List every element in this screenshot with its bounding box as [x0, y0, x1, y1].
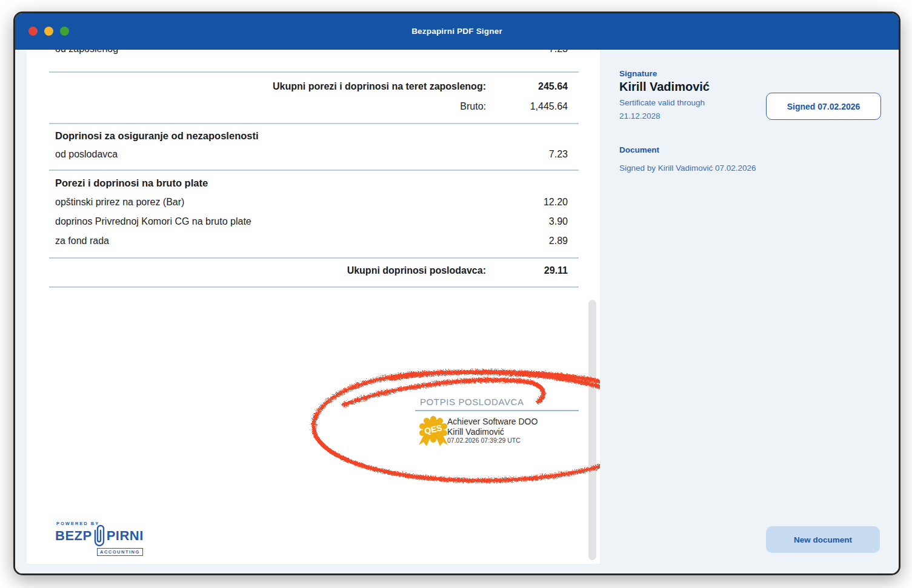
document-section-heading: Document [619, 145, 659, 154]
brand-right: PIRNI [107, 528, 144, 544]
stamp-heading: POTPIS POSLODAVCA [420, 397, 584, 407]
traffic-lights [28, 27, 69, 36]
signed-date-button[interactable]: Signed 07.02.2026 [766, 93, 881, 120]
row-label: opštinski prirez na porez (Bar) [55, 197, 486, 208]
table-row: doprinos Privrednoj Komori CG na bruto p… [55, 214, 568, 229]
section-title: Porezi i doprinosi na bruto plate [55, 176, 568, 190]
section-title: Doprinosi za osiguranje od nezaposlenost… [55, 128, 568, 143]
row-label: od poslodavca [55, 149, 486, 160]
stamp-timestamp: 07.02.2026 07:39:29 UTC [447, 437, 538, 444]
row-value: 245.64 [486, 81, 568, 92]
table-row: od zaposlenog 7.23 [55, 50, 568, 56]
row-label: doprinos Privrednoj Komori CG na bruto p… [55, 216, 486, 227]
qes-badge-icon: QES [415, 415, 451, 449]
table-row: Bruto: 1,445.64 [55, 99, 568, 114]
table-divider [49, 286, 579, 288]
signature-section-heading: Signature [619, 69, 657, 78]
table-row: za fond rada 2.89 [55, 234, 568, 248]
table-row-total: Ukupni doprinosi poslodavca: 29.11 [55, 263, 568, 278]
title-bar: Bezpapirni PDF Signer [15, 13, 899, 50]
row-value: 7.23 [486, 149, 568, 160]
stamp-signer: Kirill Vadimović [447, 427, 538, 437]
red-circle-annotation [27, 50, 600, 564]
signature-sidebar: Signature Kirill Vadimović Sertificate v… [599, 50, 899, 573]
row-value: 2.89 [486, 236, 568, 246]
table-divider [49, 71, 579, 73]
table-divider [49, 257, 579, 259]
pdf-page[interactable]: od zaposlenog 7.23 Ukupni porezi i dopri… [27, 50, 600, 564]
maximize-icon[interactable] [60, 27, 69, 36]
paperclip-icon [92, 524, 107, 548]
table-divider [49, 123, 579, 124]
row-value: 1,445.64 [486, 101, 568, 112]
stamp-company: Achiever Software DOO [447, 417, 538, 427]
row-label: od zaposlenog [55, 50, 486, 55]
brand-subtitle: ACCOUNTING [97, 548, 143, 557]
main-content: od zaposlenog 7.23 Ukupni porezi i dopri… [15, 50, 899, 573]
bezpapirni-logo: POWERED BY BEZP PIRNI ACCOUNTING [55, 521, 144, 556]
row-label: Ukupni porezi i doprinosi na teret zapos… [55, 81, 486, 92]
table-row-total: Ukupni porezi i doprinosi na teret zapos… [55, 79, 568, 94]
row-label: Ukupni doprinosi poslodavca: [55, 265, 486, 276]
brand-left: BEZP [55, 528, 92, 544]
row-value: 29.11 [486, 265, 568, 276]
table-divider [49, 170, 579, 171]
app-window: Bezpapirni PDF Signer od zaposlenog 7.23… [13, 12, 900, 575]
window-title: Bezpapirni PDF Signer [411, 27, 502, 36]
close-icon[interactable] [28, 27, 38, 36]
minimize-icon[interactable] [44, 27, 53, 36]
signer-name: Kirill Vadimović [619, 80, 710, 94]
new-document-button[interactable]: New document [766, 526, 880, 553]
certificate-validity: Sertificate valid through 21.12.2028 [619, 96, 705, 123]
row-value: 3.90 [486, 216, 568, 227]
scrollbar-thumb[interactable] [588, 300, 596, 560]
stamp-text: Achiever Software DOO Kirill Vadimović 0… [447, 417, 538, 444]
signature-line [415, 410, 579, 411]
row-value: 7.23 [486, 50, 568, 55]
document-status: Signed by Kirill Vadimović 07.02.2026 [619, 164, 756, 173]
row-label: za fond rada [55, 236, 486, 246]
table-row: od poslodavca 7.23 [55, 147, 568, 162]
row-label: Bruto: [55, 101, 486, 112]
row-value: 12.20 [486, 197, 568, 208]
table-row: opštinski prirez na porez (Bar) 12.20 [55, 195, 568, 210]
